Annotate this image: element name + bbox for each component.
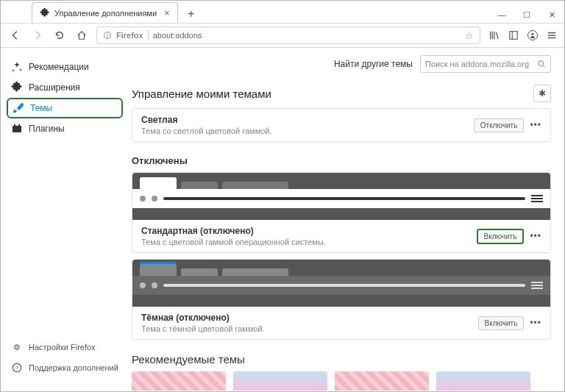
library-icon[interactable] xyxy=(488,30,500,40)
theme-desc: Тема со светлой цветовой гаммой. xyxy=(141,126,272,135)
svg-rect-2 xyxy=(107,35,107,38)
theme-card-dark: Тёмная (отключено) Тема с тёмной цветово… xyxy=(132,259,551,340)
sidebar-item-themes[interactable]: Темы xyxy=(7,98,123,118)
sidebar-toggle-icon[interactable] xyxy=(508,30,519,40)
window-close-button[interactable]: ✕ xyxy=(539,7,564,23)
theme-name: Светлая xyxy=(141,115,272,125)
svg-point-1 xyxy=(107,33,108,35)
sidebar-label: Поддержка дополнений xyxy=(29,363,118,372)
sidebar-label: Расширения xyxy=(29,82,80,93)
theme-more-button[interactable]: ••• xyxy=(530,120,541,130)
search-placeholder: Поиск на addons.mozilla.org xyxy=(425,60,529,68)
urlbar-divider xyxy=(148,30,149,40)
svg-line-12 xyxy=(543,65,544,67)
addons-sidebar: Рекомендации Расширения Темы Плагины ⚙ Н… xyxy=(1,48,129,392)
addons-icon xyxy=(40,8,50,18)
svg-point-5 xyxy=(532,33,534,35)
identity-label: Firefox xyxy=(116,31,143,40)
sidebar-item-plugins[interactable]: Плагины xyxy=(1,118,129,139)
theme-preview xyxy=(132,173,550,220)
sparkle-icon xyxy=(11,61,23,73)
window-titlebar: Управление дополнениями × + — ☐ ✕ xyxy=(1,1,564,23)
recommended-theme-tile[interactable] xyxy=(436,371,530,391)
addons-search-input[interactable]: Поиск на addons.mozilla.org xyxy=(420,55,551,73)
sidebar-item-addons-support[interactable]: ? Поддержка дополнений xyxy=(1,357,129,378)
recommended-heading: Рекомендуемые темы xyxy=(132,353,551,366)
recommended-strip xyxy=(132,371,551,391)
sidebar-label: Рекомендации xyxy=(29,62,89,72)
window-minimize-button[interactable]: — xyxy=(489,7,514,23)
tabs-strip: Управление дополнениями × + xyxy=(1,1,200,23)
browser-tab[interactable]: Управление дополнениями × xyxy=(32,2,178,23)
window-controls: — ☐ ✕ xyxy=(489,7,564,23)
gear-icon: ⚙ xyxy=(11,341,23,353)
recommended-theme-tile[interactable] xyxy=(132,371,226,391)
window-maximize-button[interactable]: ☐ xyxy=(514,7,539,23)
disabled-heading: Отключены xyxy=(132,155,551,166)
content-area: Найти другие темы Поиск на addons.mozill… xyxy=(129,48,564,392)
puzzle-icon xyxy=(11,82,23,93)
theme-card-standard: Стандартная (отключено) Тема с цветовой … xyxy=(132,172,551,253)
sidebar-label: Настройки Firefox xyxy=(29,343,96,352)
themes-settings-button[interactable]: ✱ xyxy=(533,85,551,102)
app-menu-icon[interactable] xyxy=(547,30,557,40)
theme-enable-button[interactable]: Включить xyxy=(477,229,525,244)
browser-toolbar: Firefox about:addons ☆ xyxy=(1,23,564,48)
sidebar-label: Плагины xyxy=(29,124,65,134)
recommended-theme-tile[interactable] xyxy=(233,371,327,391)
theme-name: Тёмная (отключено) xyxy=(141,313,265,323)
theme-more-button[interactable]: ••• xyxy=(530,318,541,328)
nav-reload-button[interactable] xyxy=(52,28,67,43)
search-icon xyxy=(537,60,546,68)
tab-close-icon[interactable]: × xyxy=(164,8,170,18)
sidebar-item-firefox-settings[interactable]: ⚙ Настройки Firefox xyxy=(1,337,129,357)
theme-enable-button[interactable]: Включить xyxy=(478,316,525,330)
sidebar-label: Темы xyxy=(30,103,52,113)
search-label: Найти другие темы xyxy=(334,59,413,69)
svg-point-11 xyxy=(539,61,544,66)
svg-rect-3 xyxy=(510,32,518,40)
theme-card-enabled: Светлая Тема со светлой цветовой гаммой.… xyxy=(132,108,551,142)
account-icon[interactable] xyxy=(527,30,538,40)
plugin-icon xyxy=(11,123,23,135)
help-icon: ? xyxy=(11,362,23,374)
page-heading: Управление моими темами xyxy=(132,88,271,100)
recommended-theme-tile[interactable] xyxy=(335,371,429,391)
theme-preview xyxy=(132,260,550,307)
sidebar-item-extensions[interactable]: Расширения xyxy=(1,77,129,98)
nav-back-button[interactable] xyxy=(8,28,23,43)
svg-text:?: ? xyxy=(15,365,19,371)
theme-disable-button[interactable]: Отключить xyxy=(474,118,525,132)
tab-title: Управление дополнениями xyxy=(54,9,157,18)
sidebar-item-recommendations[interactable]: Рекомендации xyxy=(1,57,129,77)
theme-desc: Тема с цветовой гаммой операционной сист… xyxy=(141,238,326,246)
url-text: about:addons xyxy=(153,31,202,40)
identity-icon xyxy=(103,31,112,40)
theme-more-button[interactable]: ••• xyxy=(530,231,541,241)
nav-forward-button[interactable] xyxy=(30,28,45,43)
new-tab-button[interactable]: + xyxy=(182,5,200,23)
svg-rect-6 xyxy=(13,126,21,132)
svg-rect-8 xyxy=(18,124,20,126)
brush-icon xyxy=(13,102,24,114)
bookmark-star-icon[interactable]: ☆ xyxy=(465,30,474,41)
url-bar[interactable]: Firefox about:addons ☆ xyxy=(96,26,480,44)
theme-desc: Тема с тёмной цветовой гаммой. xyxy=(141,324,265,333)
theme-name: Стандартная (отключено) xyxy=(141,226,326,236)
svg-rect-7 xyxy=(14,124,15,126)
nav-home-button[interactable] xyxy=(74,28,89,43)
